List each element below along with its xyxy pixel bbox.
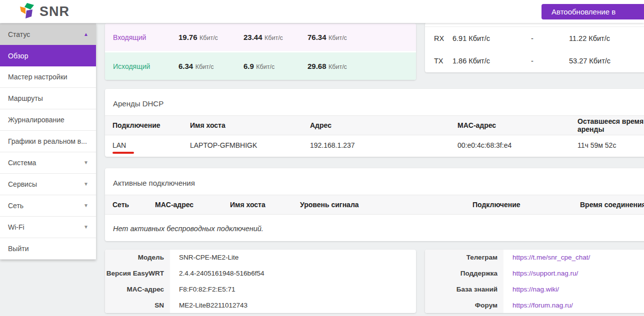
label-support: Поддержка — [425, 266, 504, 282]
link-row-telegram: Телеграм https://t.me/snr_cpe_chat/ — [425, 250, 644, 266]
col-hostname: Имя хоста — [190, 121, 310, 129]
chevron-down-icon: ▼ — [84, 160, 88, 165]
rx-label: RX — [434, 34, 452, 42]
support-links-card: Телеграм https://t.me/snr_cpe_chat/ Подд… — [425, 250, 644, 313]
red-underline-annotation — [112, 152, 134, 154]
outbound-value-3: 29.68 Кбит/с — [308, 62, 416, 71]
sidebar-item-label: Система — [8, 159, 36, 167]
col-hostname: Имя хоста — [230, 201, 300, 209]
rx-row: RX 6.91 Кбит/с - 11.22 Кбит/с — [425, 27, 644, 49]
outbound-value-2: 6.9 Кбит/с — [244, 62, 308, 71]
dhcp-table-header: Подключение Имя хоста Адрес MAC-адрес Ос… — [105, 115, 644, 135]
snr-logo: SNR — [20, 3, 70, 20]
autoupdate-button[interactable]: Автообновление в — [542, 4, 644, 19]
cell-hostname: LAPTOP-GFMBHIGK — [190, 141, 310, 149]
rx-tx-card: RX 6.91 Кбит/с - 11.22 Кбит/с TX 1.86 Кб… — [425, 22, 644, 72]
sidebar-item-logout[interactable]: Выйти — [0, 238, 96, 260]
col-address: Адрес — [310, 121, 458, 129]
support-link[interactable]: https://support.nag.ru/ — [512, 270, 578, 277]
value-firmware: 2.4.4-2405161948-516b6f54 — [170, 266, 416, 282]
col-connection: Подключение — [472, 201, 580, 209]
sidebar-item-label: Журналирование — [8, 116, 64, 124]
info-row-sn: SN ME2-LiteB2211012743 — [105, 297, 416, 313]
cell-lease-time: 11ч 59м 52с — [578, 141, 644, 149]
sidebar-item-overview[interactable]: Обзор — [0, 45, 96, 66]
sidebar-item-label: Графики в реальном в... — [8, 137, 87, 145]
tx-value-3: 53.27 Кбит/с — [569, 57, 644, 65]
sidebar-item-wifi[interactable]: Wi-Fi ▼ — [0, 217, 96, 238]
active-connections-card: Активные подключения Сеть MAC-адрес Имя … — [105, 168, 644, 241]
outbound-traffic-row: Исходящий 6.34 Кбит/с 6.9 Кбит/с 29.68 К… — [105, 52, 416, 80]
link-row-forum: Форум https://forum.nag.ru/ — [425, 297, 644, 313]
telegram-link[interactable]: https://t.me/snr_cpe_chat/ — [512, 254, 590, 261]
forum-link[interactable]: https://forum.nag.ru/ — [512, 302, 573, 309]
rx-value-3: 11.22 Кбит/с — [569, 34, 644, 42]
sidebar-item-label: Мастер настройки — [8, 73, 68, 81]
chevron-down-icon: ▼ — [84, 225, 88, 230]
sidebar-item-status[interactable]: Статус ▲ — [0, 23, 96, 45]
cell-connection: LAN — [112, 141, 190, 149]
outbound-label: Исходящий — [105, 62, 178, 70]
label-forum: Форум — [425, 297, 504, 313]
chevron-down-icon: ▼ — [84, 203, 88, 208]
sidebar-item-setup-wizard[interactable]: Мастер настройки — [0, 66, 96, 88]
label-firmware: Версия EasyWRT — [105, 266, 170, 282]
connections-table-header: Сеть MAC-адрес Имя хоста Уровень сигнала… — [105, 195, 644, 215]
col-mac: MAC-адрес — [155, 201, 230, 209]
sidebar-item-services[interactable]: Сервисы ▼ — [0, 174, 96, 195]
info-row-firmware: Версия EasyWRT 2.4.4-2405161948-516b6f54 — [105, 266, 416, 282]
chevron-up-icon: ▲ — [84, 32, 88, 37]
sidebar-item-label: Выйти — [8, 245, 28, 253]
chevron-down-icon: ▼ — [84, 182, 88, 187]
info-row-model: Модель SNR-CPE-ME2-Lite — [105, 250, 416, 266]
rx-value-2: - — [531, 34, 569, 42]
rx-value-1: 6.91 Кбит/с — [452, 34, 531, 42]
link-row-knowledge-base: База знаний https://nag.wiki/ — [425, 282, 644, 298]
dhcp-leases-card: Аренды DHCP Подключение Имя хоста Адрес … — [105, 89, 644, 157]
info-row-mac: MAC-адрес F8:F0:82:F2:E5:71 — [105, 282, 416, 298]
col-connection: Подключение — [112, 121, 190, 129]
top-bar: SNR Автообновление в — [0, 0, 644, 23]
sidebar-item-realtime-graphs[interactable]: Графики в реальном в... — [0, 131, 96, 152]
sidebar-item-label: Wi-Fi — [8, 223, 24, 231]
inbound-value-3: 76.34 Кбит/с — [308, 33, 416, 42]
cell-mac: 00:e0:4c:68:3f:e4 — [458, 141, 578, 149]
knowledge-base-link[interactable]: https://nag.wiki/ — [512, 286, 559, 293]
dhcp-table-row: LAN LAPTOP-GFMBHIGK 192.168.1.237 00:e0:… — [105, 135, 644, 155]
col-mac: MAC-адрес — [458, 121, 578, 129]
link-row-support: Поддержка https://support.nag.ru/ — [425, 266, 644, 282]
connections-card-title: Активные подключения — [105, 168, 644, 195]
sidebar-item-network[interactable]: Сеть ▼ — [0, 195, 96, 217]
logo-text: SNR — [40, 3, 70, 20]
sidebar-item-label: Сеть — [8, 202, 24, 210]
sidebar: Статус ▲ Обзор Мастер настройки Маршруты… — [0, 23, 96, 260]
dhcp-card-title: Аренды DHCP — [105, 89, 644, 115]
snr-logo-icon — [20, 3, 36, 20]
sidebar-item-system[interactable]: Система ▼ — [0, 152, 96, 174]
label-model: Модель — [105, 250, 170, 266]
inbound-value-1: 19.76 Кбит/с — [178, 33, 244, 42]
inbound-label: Входящий — [105, 33, 178, 41]
no-wireless-connections-note: Нет активных беспроводных подключений. — [105, 215, 644, 241]
inbound-value-2: 23.44 Кбит/с — [244, 33, 308, 42]
tx-value-2: - — [531, 57, 569, 65]
sidebar-item-label: Статус — [8, 30, 30, 38]
col-lease-time: Оставшееся время аренды — [578, 117, 644, 133]
label-knowledge-base: База знаний — [425, 282, 504, 298]
label-telegram: Телеграм — [425, 250, 504, 266]
col-connection-time: Время соединения — [580, 201, 644, 209]
col-signal-level: Уровень сигнала — [300, 201, 472, 209]
inbound-traffic-row: Входящий 19.76 Кбит/с 23.44 Кбит/с 76.34… — [105, 23, 416, 51]
label-mac: MAC-адрес — [105, 282, 170, 298]
device-info-card: Модель SNR-CPE-ME2-Lite Версия EasyWRT 2… — [105, 250, 416, 313]
sidebar-item-routes[interactable]: Маршруты — [0, 88, 96, 109]
sidebar-item-label: Сервисы — [8, 180, 37, 188]
traffic-summary-card: Входящий 19.76 Кбит/с 23.44 Кбит/с 76.34… — [105, 23, 416, 80]
sidebar-item-logging[interactable]: Журналирование — [0, 109, 96, 131]
outbound-value-1: 6.34 Кбит/с — [178, 62, 244, 71]
rxtx-card-clipped-header — [425, 22, 644, 27]
tx-row: TX 1.86 Кбит/с - 53.27 Кбит/с — [425, 49, 644, 72]
value-mac: F8:F0:82:F2:E5:71 — [170, 282, 416, 298]
sidebar-item-label: Маршруты — [8, 94, 43, 102]
tx-label: TX — [434, 57, 452, 65]
